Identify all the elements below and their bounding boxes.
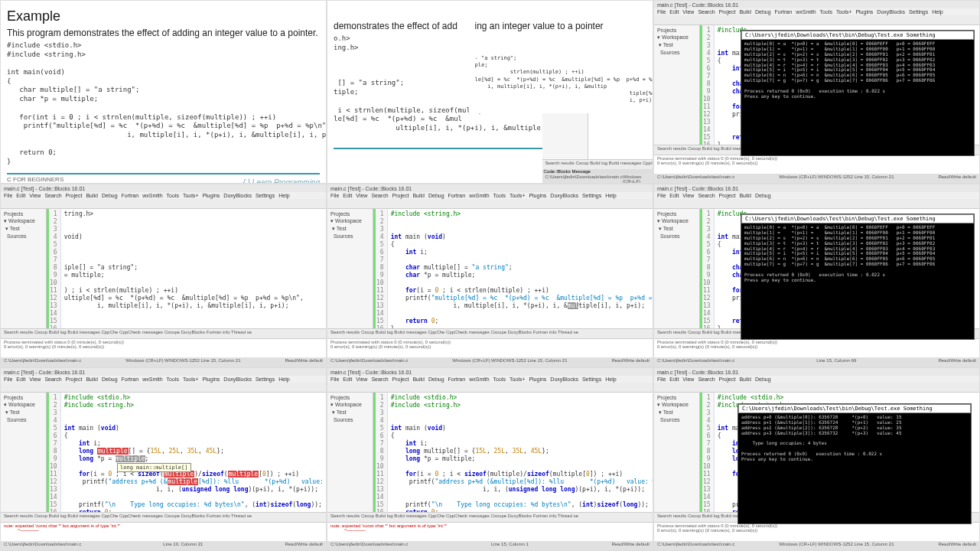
presentation-slide-1: Example This program demonstrates the ef… — [0, 0, 327, 184]
console-window-3[interactable]: C:\Users\jfedin\Downloads\Test\bin\Debug… — [737, 403, 972, 524]
ide-3-3: main.c [Test] - Code::Blocks 16.01 FileE… — [653, 367, 980, 551]
ide-3-2: main.c [Test] - Code::Blocks 16.01 FileE… — [327, 367, 653, 551]
ide-2-3: main.c [Test] - Code::Blocks 16.01 FileE… — [653, 184, 980, 367]
slide-title: Example — [7, 8, 320, 24]
console-window[interactable]: C:\Users\jfedin\Downloads\Test\bin\Debug… — [741, 30, 975, 156]
code-a: tring.h> void) iple[] = "a string"; = mu… — [61, 209, 307, 328]
editor[interactable] — [588, 25, 653, 159]
toolbar[interactable] — [542, 15, 653, 25]
sidebar[interactable]: Projects▾ Workspace ▾ Test Sources — [542, 25, 588, 159]
slide-subtitle: This program demonstrates the effect of … — [7, 28, 320, 38]
code-c: #include <stdio.h> #include <string.h> i… — [61, 393, 326, 512]
ide-3-1: main.c [Test] - Code::Blocks 16.01 FileE… — [0, 367, 327, 551]
ide-peek-1: main.c [Test] - Code::Blocks 16.01 FileE… — [542, 1, 653, 183]
code-d: #include <stdio.h> #include <string.h> i… — [388, 393, 653, 512]
build-log: Process terminated with status 0 (0 minu… — [654, 155, 979, 174]
footer-logo: { } Learn Programming — [243, 178, 320, 184]
ide-2-2: main.c [Test] - Code::Blocks 16.01 FileE… — [327, 184, 653, 367]
slide-code: #include <stdio.h> #include <string.h> i… — [7, 41, 320, 167]
console-window-2[interactable]: C:\Users\jfedin\Downloads\Test\bin\Debug… — [741, 214, 975, 340]
ide-with-console-1: main.c [Test] - Code::Blocks 16.01 FileE… — [653, 0, 980, 184]
tooltip: long main::multiple[] — [117, 463, 191, 472]
footer-left: C FOR BEGINNERS — [7, 176, 63, 183]
menubar[interactable]: FileEditView — [542, 8, 653, 15]
ide-2-1: main.c [Test] - Code::Blocks 16.01 FileE… — [0, 184, 327, 367]
slide-ide-overlap-1: demonstrates the effect of add o.h> ing.… — [327, 0, 653, 184]
menubar[interactable]: FileEditViewSearchProjectBuildDebugFortr… — [654, 8, 979, 15]
console-output: multiple[0] = a *(p+0) = a &multiple[0] … — [744, 41, 971, 99]
code-b: #include <string.h> int main (void) { in… — [388, 209, 653, 328]
